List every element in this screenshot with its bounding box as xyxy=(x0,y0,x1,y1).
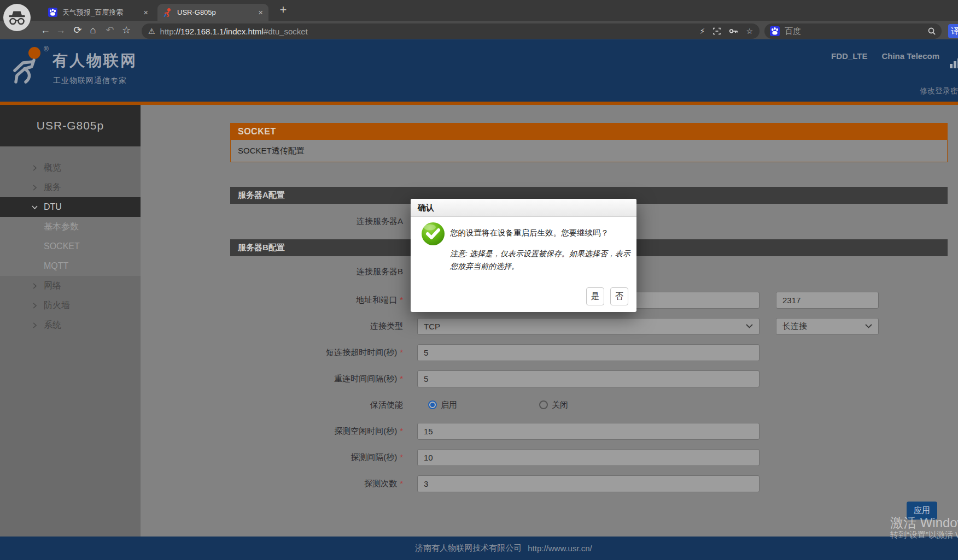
network-status: FDD_LTE China Telecom xyxy=(831,51,939,61)
bookmark-star-icon[interactable]: ☆ xyxy=(118,21,135,39)
address-bar[interactable]: ⚠ http://192.168.1.1/index.html#dtu_sock… xyxy=(142,23,760,39)
frame-capture-icon[interactable] xyxy=(712,27,721,36)
chevron-right-icon xyxy=(32,165,38,171)
change-password-link[interactable]: 修改登录密码 xyxy=(920,86,958,97)
sidebar-item-overview[interactable]: 概览 xyxy=(0,158,141,178)
browser-tab-usr[interactable]: USR-G805p × xyxy=(157,4,268,21)
required-mark: * xyxy=(400,452,403,462)
browser-tab-weather[interactable]: 天气预报_百度搜索 × xyxy=(43,4,154,21)
chevron-down-icon xyxy=(746,324,753,328)
company-url[interactable]: http://www.usr.cn/ xyxy=(528,544,592,553)
device-name: USR-G805p xyxy=(0,105,141,146)
connection-type-label: 连接类型 xyxy=(230,321,403,332)
lightning-icon[interactable]: ⚡ xyxy=(700,27,705,36)
new-tab-button[interactable]: + xyxy=(276,3,290,17)
search-placeholder: 百度 xyxy=(785,26,927,37)
persistence-select[interactable]: 长连接 xyxy=(776,318,879,335)
probe-count-input[interactable] xyxy=(417,475,760,492)
carrier-name: China Telecom xyxy=(881,51,939,61)
sidebar-item-services[interactable]: 服务 xyxy=(0,178,141,197)
page-title: SOCKET xyxy=(230,123,948,140)
signal-strength-icon xyxy=(950,57,958,68)
reconnect-interval-label: 重连时间间隔(秒)* xyxy=(230,374,403,384)
sidebar-item-network[interactable]: 网络 xyxy=(0,276,141,296)
usr-logo: ® xyxy=(10,45,54,86)
reload-button[interactable]: ⟳ xyxy=(69,21,86,39)
keepalive-enable-label: 启用 xyxy=(441,400,457,410)
site-header: ® 有人物联网 工业物联网通信专家 FDD_LTE China Telecom … xyxy=(0,39,958,102)
dialog-note: 注意: 选择是，仅表示设置被保存。如果选择否，表示您放弃当前的选择。 xyxy=(450,247,632,273)
short-timeout-input[interactable] xyxy=(417,344,760,361)
success-check-icon xyxy=(421,222,445,246)
connect-server-b-label: 连接服务器B xyxy=(230,267,403,277)
required-mark: * xyxy=(400,295,403,304)
probe-interval-label: 探测间隔(秒)* xyxy=(230,452,403,463)
chevron-right-icon xyxy=(32,322,38,328)
windows-activation-hint: 转到“设置”以激活 Windows xyxy=(890,530,958,540)
sidebar-item-mqtt[interactable]: MQTT xyxy=(0,256,141,276)
sidebar-item-dtu[interactable]: DTU xyxy=(0,197,141,217)
search-icon[interactable] xyxy=(927,27,936,36)
yes-button[interactable]: 是 xyxy=(586,287,604,305)
main-content: SOCKET SOCKET透传配置 服务器A配置 连接服务器A 服务器B配置 连… xyxy=(141,105,958,537)
tab-strip: 天气预报_百度搜索 × USR-G805p × + xyxy=(0,0,958,21)
baidu-favicon xyxy=(48,8,57,17)
keepalive-enable-radio[interactable] xyxy=(428,400,437,409)
browser-chrome: 天气预报_百度搜索 × USR-G805p × + ← → ⟳ ⌂ ↶ xyxy=(0,0,958,39)
confirm-dialog: 确认 您的设置将在设备重启后生效。您要继续吗？ 注意: 选择是，仅表示设置被保存… xyxy=(411,199,636,312)
required-mark: * xyxy=(400,479,403,488)
tab-close-icon[interactable]: × xyxy=(258,8,263,17)
short-timeout-label: 短连接超时时间(秒)* xyxy=(230,347,403,358)
url-text: http://192.168.1.1/index.html#dtu_socket xyxy=(160,27,308,36)
address-port-label: 地址和端口* xyxy=(230,295,403,305)
network-type: FDD_LTE xyxy=(831,51,867,61)
sidebar-item-system[interactable]: 系统 xyxy=(0,315,141,335)
required-mark: * xyxy=(400,426,403,435)
sidebar: USR-G805p 概览 服务 DTU 基本参数 SOCKET MQTT 网络 … xyxy=(0,105,141,537)
connection-type-select[interactable]: TCP xyxy=(417,318,760,335)
password-key-icon[interactable] xyxy=(729,27,738,36)
chevron-right-icon xyxy=(32,185,38,191)
page-bookmark-star-icon[interactable]: ☆ xyxy=(746,27,753,36)
logo-title: 有人物联网 xyxy=(52,50,137,71)
probe-idle-label: 探测空闲时间(秒)* xyxy=(230,426,403,437)
url-fragment: #dtu_socket xyxy=(264,27,308,36)
probe-interval-input[interactable] xyxy=(417,449,760,466)
site-footer: 济南有人物联网技术有限公司 http://www.usr.cn/ xyxy=(0,537,958,560)
chevron-right-icon xyxy=(32,283,38,289)
keepalive-disable-radio[interactable] xyxy=(539,400,548,409)
usr-favicon xyxy=(163,8,172,17)
reconnect-interval-input[interactable] xyxy=(417,370,760,387)
chevron-right-icon xyxy=(32,303,38,309)
svg-text:®: ® xyxy=(44,45,49,53)
back-button[interactable]: ← xyxy=(37,21,54,39)
dialog-message: 您的设置将在设备重启后生效。您要继续吗？ xyxy=(450,228,609,238)
forward-button[interactable]: → xyxy=(52,21,69,39)
sidebar-item-firewall[interactable]: 防火墙 xyxy=(0,296,141,315)
logo-subtitle: 工业物联网通信专家 xyxy=(53,76,127,86)
required-mark: * xyxy=(400,374,403,383)
dialog-title: 确认 xyxy=(411,199,636,217)
probe-count-label: 探测次数* xyxy=(230,479,403,489)
company-name: 济南有人物联网技术有限公司 xyxy=(415,543,522,553)
baidu-search-box[interactable]: 百度 xyxy=(764,23,942,39)
undo-button[interactable]: ↶ xyxy=(102,21,118,39)
no-button[interactable]: 否 xyxy=(610,287,628,305)
page-description: SOCKET透传配置 xyxy=(230,140,948,162)
keepalive-disable-label: 关闭 xyxy=(552,400,568,410)
baidu-search-icon xyxy=(770,26,780,36)
sidebar-item-basic-params[interactable]: 基本参数 xyxy=(0,217,141,237)
probe-idle-input[interactable] xyxy=(417,423,760,440)
tab-close-icon[interactable]: × xyxy=(143,8,148,17)
required-mark: * xyxy=(400,347,403,357)
keepalive-label: 保活使能 xyxy=(230,400,403,410)
url-host: ://192.168.1.1/index.html xyxy=(174,27,264,36)
incognito-icon xyxy=(3,4,31,31)
windows-activation-watermark: 激活 Windows xyxy=(890,514,958,532)
tab-title: USR-G805p xyxy=(177,8,254,16)
home-button[interactable]: ⌂ xyxy=(85,21,101,39)
sidebar-item-socket[interactable]: SOCKET xyxy=(0,237,141,256)
server-port-input[interactable] xyxy=(776,292,879,309)
not-secure-warning-icon: ⚠ xyxy=(148,27,155,36)
translate-extension-icon[interactable]: 译 xyxy=(948,24,958,38)
